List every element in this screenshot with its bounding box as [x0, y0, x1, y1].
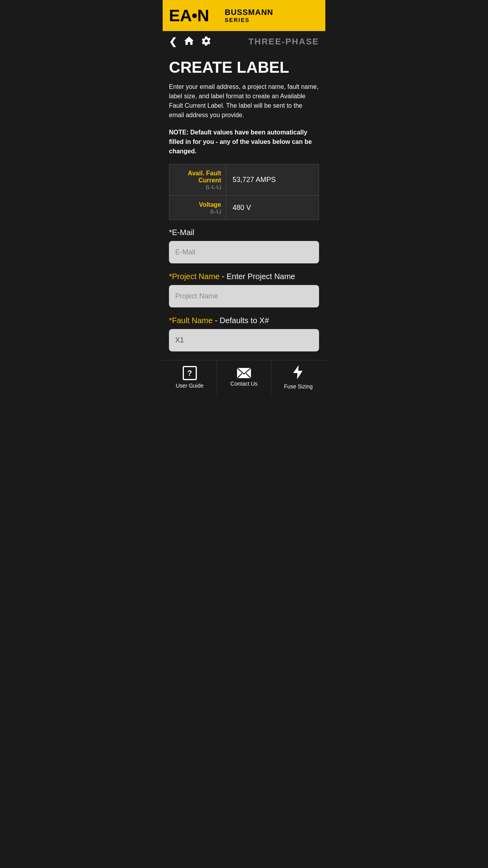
bottom-nav: ? User Guide Contact Us Fuse Sizing — [163, 360, 325, 394]
bussmann-text: BUSSMANN — [225, 8, 273, 17]
settings-button[interactable] — [201, 36, 211, 48]
svg-marker-4 — [184, 37, 194, 45]
fault-name-label-container: *Fault Name - Defaults to X# — [169, 316, 319, 325]
project-name-label-container: *Project Name - Enter Project Name — [169, 272, 319, 281]
voltage-sublabel: (L-L) — [174, 208, 221, 214]
series-text: SERIES — [225, 17, 273, 23]
contact-us-nav-item[interactable]: Contact Us — [217, 360, 271, 394]
svg-text:N: N — [197, 6, 209, 25]
voltage-label: Voltage — [174, 201, 221, 208]
svg-point-2 — [192, 13, 197, 18]
fault-current-label-cell: Avail. Fault Current (L-L-L) — [169, 164, 226, 196]
data-table: Avail. Fault Current (L-L-L) 53,727 AMPS… — [169, 164, 319, 220]
fault-current-label: Avail. Fault Current — [174, 170, 221, 184]
svg-text:A: A — [180, 6, 192, 25]
fault-label-desc: - Defaults to X# — [215, 316, 269, 325]
voltage-row: Voltage (L-L) 480 V — [169, 196, 319, 220]
gear-icon — [201, 36, 211, 46]
lightning-icon — [293, 365, 303, 381]
fuse-sizing-label: Fuse Sizing — [284, 383, 313, 390]
voltage-label-cell: Voltage (L-L) — [169, 196, 226, 220]
project-label-colored: *Project Name — [169, 272, 220, 281]
project-label-desc: - Enter Project Name — [222, 272, 295, 281]
back-button[interactable]: ❮ — [169, 36, 177, 47]
email-label: *E-Mail — [169, 228, 319, 237]
logo-container: E A N BUSSMANN SERIES — [169, 5, 273, 26]
fuse-sizing-nav-item[interactable]: Fuse Sizing — [272, 360, 325, 394]
main-content: CREATE LABEL Enter your email address, a… — [163, 52, 325, 360]
eaton-logo-svg: E A N — [169, 5, 220, 26]
fault-label-colored: *Fault Name — [169, 316, 213, 325]
fault-current-row: Avail. Fault Current (L-L-L) 53,727 AMPS — [169, 164, 319, 196]
fault-current-value: 53,727 AMPS — [226, 164, 319, 196]
eaton-logo: E A N — [169, 5, 220, 26]
svg-marker-11 — [293, 365, 303, 379]
envelope-icon — [237, 368, 251, 378]
bussmann-logo: BUSSMANN SERIES — [225, 8, 273, 23]
nav-bar: ❮ THREE-PHASE — [163, 31, 325, 52]
user-guide-label: User Guide — [176, 383, 204, 389]
question-mark-icon: ? — [183, 366, 197, 380]
fault-name-input[interactable] — [169, 329, 319, 351]
home-button[interactable] — [184, 36, 194, 48]
page-mode-title: THREE-PHASE — [248, 37, 319, 47]
note-text: NOTE: Default values have been automatic… — [169, 128, 319, 156]
contact-us-label: Contact Us — [230, 381, 257, 387]
voltage-value: 480 V — [226, 196, 319, 220]
email-input[interactable] — [169, 241, 319, 263]
fault-current-sublabel: (L-L-L) — [174, 184, 221, 190]
page-title: CREATE LABEL — [169, 59, 319, 76]
user-guide-nav-item[interactable]: ? User Guide — [163, 360, 217, 394]
project-name-input[interactable] — [169, 285, 319, 307]
svg-text:E: E — [169, 6, 180, 25]
nav-left: ❮ — [169, 36, 211, 48]
description-text: Enter your email address, a project name… — [169, 82, 319, 120]
app-header: E A N BUSSMANN SERIES — [163, 0, 325, 31]
